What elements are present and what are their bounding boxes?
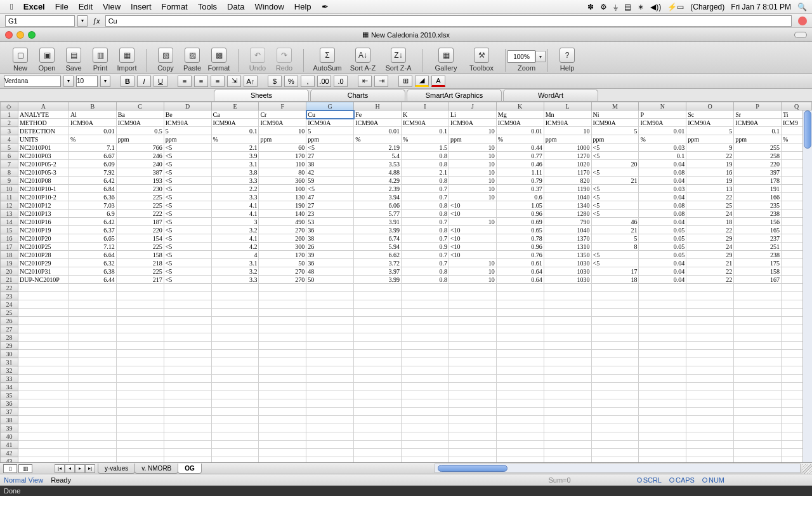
cell-P29[interactable] [734, 342, 782, 350]
cell-P7[interactable]: 220 [734, 160, 782, 168]
cell-O17[interactable]: 24 [686, 243, 734, 251]
cell-J6[interactable]: 10 [449, 152, 496, 160]
cell-J4[interactable]: ppm [449, 135, 496, 144]
cell-L4[interactable]: ppm [544, 135, 591, 144]
cell-K24[interactable] [496, 300, 544, 309]
cell-G37[interactable] [306, 408, 354, 416]
cell-C7[interactable]: 240 [116, 160, 164, 168]
cell-C8[interactable]: 387 [116, 168, 164, 177]
cell-P6[interactable]: 258 [734, 152, 782, 160]
row-header-20[interactable]: 20 [1, 267, 18, 276]
cell-B26[interactable] [69, 317, 116, 325]
cell-O32[interactable] [686, 366, 734, 375]
cell-D18[interactable]: <5 [164, 251, 211, 259]
cell-E19[interactable]: 3.1 [211, 259, 259, 267]
col-header-H[interactable]: H [354, 102, 402, 110]
cell-N26[interactable] [639, 317, 686, 325]
tab-smartart[interactable]: SmartArt Graphics [407, 89, 502, 101]
cell-A26[interactable] [18, 317, 69, 325]
cell-A10[interactable]: NC2010P10-1 [18, 185, 69, 193]
cell-K20[interactable]: 0.64 [496, 267, 544, 276]
toolbar-help-button[interactable]: ?Help [554, 48, 580, 72]
cell-A20[interactable]: NC2010P31 [18, 267, 69, 276]
cell-L23[interactable] [544, 292, 591, 300]
cell-G34[interactable] [306, 383, 354, 391]
view-label[interactable]: Normal View [4, 476, 43, 484]
col-header-J[interactable]: J [449, 102, 496, 110]
cell-K17[interactable]: 0.96 [496, 243, 544, 251]
cell-H22[interactable] [354, 284, 402, 292]
cell-F42[interactable] [259, 449, 306, 457]
cell-J8[interactable]: 10 [449, 168, 496, 177]
align-left-button[interactable]: ≡ [178, 76, 192, 87]
cell-H32[interactable] [354, 366, 402, 375]
cell-F38[interactable] [259, 416, 306, 424]
cell-O38[interactable] [686, 416, 734, 424]
cell-A12[interactable]: NC2010P12 [18, 201, 69, 210]
cell-N11[interactable]: 0.04 [639, 193, 686, 201]
cell-N42[interactable] [639, 449, 686, 457]
cell-P21[interactable]: 167 [734, 276, 782, 284]
cell-H14[interactable]: 3.91 [354, 218, 402, 226]
cell-N27[interactable] [639, 325, 686, 333]
menu-edit[interactable]: Edit [74, 2, 98, 11]
cell-H39[interactable] [354, 424, 402, 432]
cell-M38[interactable] [591, 416, 639, 424]
cell-G39[interactable] [306, 424, 354, 432]
cell-H40[interactable] [354, 432, 402, 441]
cell-N22[interactable] [639, 284, 686, 292]
cell-K3[interactable]: 0.01 [496, 127, 544, 135]
cell-P20[interactable]: 158 [734, 267, 782, 276]
cell-L31[interactable] [544, 358, 591, 366]
cell-C41[interactable] [116, 441, 164, 449]
cell-A15[interactable]: NC2010P19 [18, 226, 69, 234]
cell-H29[interactable] [354, 342, 402, 350]
toolbar-toggle-button[interactable] [794, 32, 807, 38]
cell-C10[interactable]: 230 [116, 185, 164, 193]
cell-K41[interactable] [496, 441, 544, 449]
cell-B2[interactable]: ICM90A [69, 119, 116, 127]
cell-J34[interactable] [449, 383, 496, 391]
cell-F6[interactable]: 170 [259, 152, 306, 160]
cell-N39[interactable] [639, 424, 686, 432]
cell-H13[interactable]: 5.77 [354, 210, 402, 218]
cell-N12[interactable]: 0.08 [639, 201, 686, 210]
cell-L9[interactable]: 820 [544, 177, 591, 185]
cell-O4[interactable]: ppm [686, 135, 734, 144]
cell-A43[interactable] [18, 457, 69, 464]
cell-A2[interactable]: METHOD [18, 119, 69, 127]
cell-L25[interactable] [544, 309, 591, 317]
volume-icon[interactable]: ◀)) [650, 3, 661, 11]
col-header-D[interactable]: D [164, 102, 211, 110]
cell-F29[interactable] [259, 342, 306, 350]
underline-button[interactable]: U [154, 76, 167, 87]
cell-J27[interactable] [449, 325, 496, 333]
cell-C39[interactable] [116, 424, 164, 432]
cell-L3[interactable]: 10 [544, 127, 591, 135]
cell-I3[interactable]: 0.1 [402, 127, 449, 135]
cell-G36[interactable] [306, 399, 354, 408]
cell-G17[interactable]: 26 [306, 243, 354, 251]
cell-I25[interactable] [402, 309, 449, 317]
apple-menu[interactable]:  [5, 2, 18, 11]
cell-F8[interactable]: 80 [259, 168, 306, 177]
cell-A29[interactable] [18, 342, 69, 350]
cell-F28[interactable] [259, 333, 306, 342]
cell-A21[interactable]: DUP-NC2010P [18, 276, 69, 284]
row-header-11[interactable]: 11 [1, 193, 18, 201]
cell-F9[interactable]: 360 [259, 177, 306, 185]
cell-J35[interactable] [449, 391, 496, 399]
cell-B19[interactable]: 6.32 [69, 259, 116, 267]
col-header-O[interactable]: O [686, 102, 734, 110]
cell-M6[interactable]: <5 [591, 152, 639, 160]
cell-F20[interactable]: 270 [259, 267, 306, 276]
cell-L13[interactable]: 1280 [544, 210, 591, 218]
row-header-14[interactable]: 14 [1, 218, 18, 226]
cell-B30[interactable] [69, 350, 116, 358]
cell-F36[interactable] [259, 399, 306, 408]
cell-G22[interactable] [306, 284, 354, 292]
cell-D29[interactable] [164, 342, 211, 350]
cell-D19[interactable]: <5 [164, 259, 211, 267]
cell-G12[interactable]: 27 [306, 201, 354, 210]
close-window-button[interactable] [5, 31, 13, 39]
